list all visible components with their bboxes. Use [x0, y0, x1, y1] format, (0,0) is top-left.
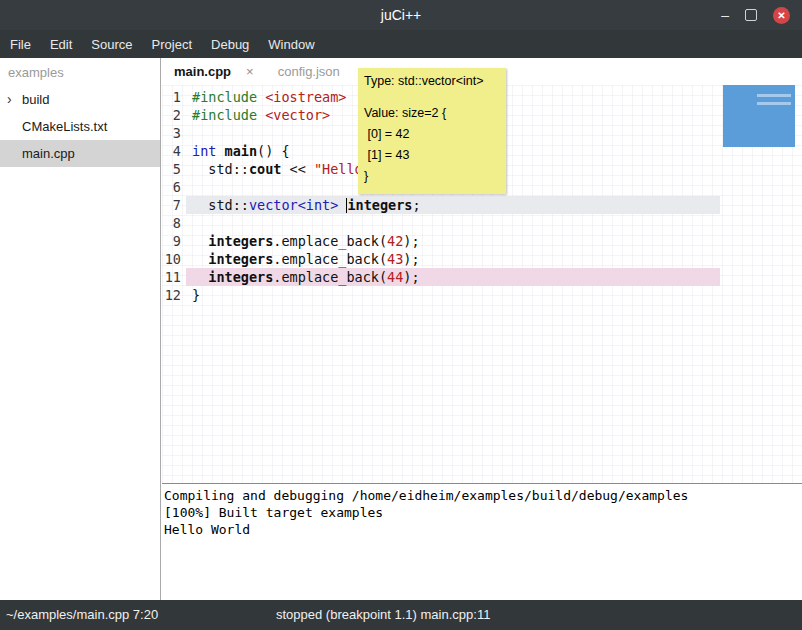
line-number[interactable]: 9: [162, 232, 186, 250]
line-number[interactable]: 8: [162, 214, 186, 232]
terminal-line: Hello World: [164, 521, 800, 538]
code-segment: integers: [208, 269, 273, 285]
status-cursor-position: ~/examples/main.cpp 7:20: [6, 600, 158, 630]
sidebar: examples ›buildCMakeLists.txtmain.cpp: [0, 58, 161, 600]
menu-item-debug[interactable]: Debug: [211, 37, 249, 52]
tree-item-label: CMakeLists.txt: [22, 119, 107, 134]
code-line-text[interactable]: integers.emplace_back(43);: [186, 250, 720, 268]
menu-item-file[interactable]: File: [10, 37, 31, 52]
code-segment: );: [403, 269, 419, 285]
code-line: 8: [162, 214, 802, 232]
code-segment: main: [225, 143, 258, 159]
overview-mark: [757, 102, 791, 105]
code-segment: #include: [192, 107, 257, 123]
code-line-text[interactable]: [186, 214, 720, 232]
code-segment: ;: [412, 197, 420, 213]
code-segment: int: [192, 143, 216, 159]
code-segment: 42: [387, 233, 403, 249]
code-line: 9 integers.emplace_back(42);: [162, 232, 802, 250]
line-number[interactable]: 7: [162, 196, 186, 214]
line-number[interactable]: 10: [162, 250, 186, 268]
code-segment: .emplace_back(: [273, 233, 387, 249]
tree-item-cmakelists-txt[interactable]: CMakeLists.txt: [0, 113, 160, 140]
text-caret: [346, 198, 347, 213]
code-segment: [257, 89, 265, 105]
debug-tooltip: Type: std::vector<int> Value: size=2 { […: [358, 68, 506, 194]
line-number[interactable]: 12: [162, 286, 186, 304]
code-segment: std::: [192, 197, 249, 213]
tree-item-main-cpp[interactable]: main.cpp: [0, 140, 160, 167]
menu-item-project[interactable]: Project: [152, 37, 192, 52]
code-segment: vector<int>: [249, 197, 338, 213]
code-segment: std::: [192, 161, 249, 177]
code-line: 11 integers.emplace_back(44);: [162, 268, 802, 286]
code-segment: <iostream>: [265, 89, 346, 105]
code-segment: #include: [192, 89, 257, 105]
tree-item-label: build: [22, 92, 49, 107]
code-line: 12}: [162, 286, 802, 304]
code-segment: 43: [387, 251, 403, 267]
close-button[interactable]: ✕: [773, 7, 790, 24]
tooltip-value-line: }: [364, 166, 500, 187]
code-segment: .emplace_back(: [273, 251, 387, 267]
status-debug-state: stopped (breakpoint 1.1) main.cpp:11: [276, 600, 490, 630]
title-bar: juCi++ – ✕: [0, 0, 802, 30]
code-segment: [192, 269, 208, 285]
tab-label: main.cpp: [174, 64, 231, 79]
code-segment: [257, 107, 265, 123]
menu-item-window[interactable]: Window: [268, 37, 314, 52]
code-line-text[interactable]: integers.emplace_back(42);: [186, 232, 720, 250]
scroll-overview[interactable]: [723, 85, 795, 147]
tab-label: config.json: [278, 64, 340, 79]
file-tree: ›buildCMakeLists.txtmain.cpp: [0, 86, 160, 167]
menu-item-source[interactable]: Source: [91, 37, 132, 52]
code-segment: [192, 233, 208, 249]
line-number[interactable]: 11: [162, 268, 186, 286]
chevron-right-icon[interactable]: ›: [7, 86, 12, 113]
code-segment: }: [192, 287, 200, 303]
code-line-text[interactable]: integers.emplace_back(44);: [186, 268, 720, 286]
tooltip-value-line: [1] = 43: [364, 145, 500, 166]
code-line-text[interactable]: std::vector<int> integers;: [186, 196, 720, 214]
window-title: juCi++: [0, 0, 802, 30]
line-number[interactable]: 4: [162, 142, 186, 160]
tooltip-type-line: Type: std::vector<int>: [364, 72, 500, 90]
code-segment: cout: [249, 161, 282, 177]
tooltip-value: Value: size=2 { [0] = 42 [1] = 43}: [364, 103, 500, 187]
code-segment: [216, 143, 224, 159]
code-segment: integers: [208, 233, 273, 249]
code-segment: .emplace_back(: [273, 269, 387, 285]
overview-mark: [757, 94, 791, 97]
code-segment: () {: [257, 143, 290, 159]
tree-item-label: main.cpp: [22, 146, 75, 161]
line-number[interactable]: 6: [162, 178, 186, 196]
code-segment: [192, 251, 208, 267]
tab-config-json[interactable]: config.json: [266, 58, 352, 85]
tab-close-icon[interactable]: ×: [246, 64, 254, 79]
window-controls: – ✕: [721, 0, 790, 30]
code-segment: integers: [208, 251, 273, 267]
menu-item-edit[interactable]: Edit: [50, 37, 72, 52]
code-segment: );: [403, 251, 419, 267]
code-segment: <vector>: [265, 107, 330, 123]
tree-item-build[interactable]: ›build: [0, 86, 160, 113]
line-number[interactable]: 2: [162, 106, 186, 124]
line-number[interactable]: 3: [162, 124, 186, 142]
code-line-text[interactable]: }: [186, 286, 720, 304]
tab-main-cpp[interactable]: main.cpp×: [162, 58, 266, 85]
maximize-button[interactable]: [745, 9, 757, 21]
line-number[interactable]: 5: [162, 160, 186, 178]
code-segment: );: [403, 233, 419, 249]
code-segment: [338, 197, 346, 213]
menu-bar: FileEditSourceProjectDebugWindow: [0, 30, 802, 58]
terminal-line: [100%] Built target examples: [164, 504, 800, 521]
code-line: 7 std::vector<int> integers;: [162, 196, 802, 214]
code-segment: integers: [347, 197, 412, 213]
minimize-button[interactable]: –: [721, 0, 729, 30]
code-segment: <<: [281, 161, 314, 177]
tooltip-value-line: [0] = 42: [364, 124, 500, 145]
terminal-output[interactable]: Compiling and debugging /home/eidheim/ex…: [162, 483, 802, 600]
status-bar: ~/examples/main.cpp 7:20 stopped (breakp…: [0, 600, 802, 630]
line-number[interactable]: 1: [162, 88, 186, 106]
code-segment: 44: [387, 269, 403, 285]
